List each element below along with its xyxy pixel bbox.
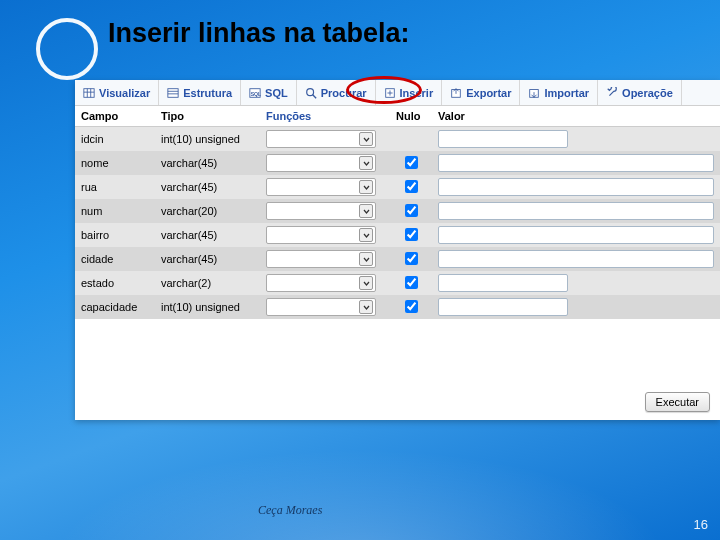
valor-input[interactable] bbox=[438, 274, 568, 292]
tab-sql[interactable]: SQLSQL bbox=[241, 80, 297, 105]
valor-input[interactable] bbox=[438, 130, 568, 148]
campo-cell: cidade bbox=[75, 247, 155, 271]
table-row: nomevarchar(45) bbox=[75, 151, 720, 175]
funcao-select[interactable] bbox=[266, 250, 376, 268]
footer-actions: Executar bbox=[645, 392, 710, 412]
tipo-cell: varchar(45) bbox=[155, 223, 260, 247]
col-tipo: Tipo bbox=[155, 106, 260, 127]
tab-label: Visualizar bbox=[99, 87, 150, 99]
wrench-icon bbox=[606, 87, 618, 99]
tab-exportar[interactable]: Exportar bbox=[442, 80, 520, 105]
nulo-checkbox[interactable] bbox=[405, 252, 418, 265]
funcao-select[interactable] bbox=[266, 154, 376, 172]
insert-table: Campo Tipo Funções Nulo Valor idcinint(1… bbox=[75, 106, 720, 319]
col-valor: Valor bbox=[432, 106, 720, 127]
valor-input[interactable] bbox=[438, 250, 714, 268]
chevron-down-icon bbox=[359, 204, 373, 218]
chevron-down-icon bbox=[359, 228, 373, 242]
svg-text:SQL: SQL bbox=[251, 90, 261, 96]
export-icon bbox=[450, 87, 462, 99]
tab-label: Inserir bbox=[400, 87, 434, 99]
campo-cell: nome bbox=[75, 151, 155, 175]
table-row: capacidadeint(10) unsigned bbox=[75, 295, 720, 319]
decorative-gradient bbox=[0, 430, 720, 540]
tab-bar: VisualizarEstruturaSQLSQLProcurarInserir… bbox=[75, 80, 720, 106]
slide-title: Inserir linhas na tabela: bbox=[108, 18, 410, 49]
tipo-cell: varchar(45) bbox=[155, 175, 260, 199]
chevron-down-icon bbox=[359, 132, 373, 146]
decorative-ring bbox=[36, 18, 98, 80]
insert-icon bbox=[384, 87, 396, 99]
col-nulo: Nulo bbox=[390, 106, 432, 127]
search-icon bbox=[305, 87, 317, 99]
chevron-down-icon bbox=[359, 156, 373, 170]
tab-label: SQL bbox=[265, 87, 288, 99]
tipo-cell: int(10) unsigned bbox=[155, 127, 260, 152]
struct-icon bbox=[167, 87, 179, 99]
funcao-select[interactable] bbox=[266, 178, 376, 196]
nulo-checkbox[interactable] bbox=[405, 228, 418, 241]
author-label: Ceça Moraes bbox=[258, 503, 322, 518]
chevron-down-icon bbox=[359, 252, 373, 266]
valor-input[interactable] bbox=[438, 298, 568, 316]
table-row: bairrovarchar(45) bbox=[75, 223, 720, 247]
tipo-cell: int(10) unsigned bbox=[155, 295, 260, 319]
valor-input[interactable] bbox=[438, 226, 714, 244]
tab-visualizar[interactable]: Visualizar bbox=[75, 80, 159, 105]
nulo-checkbox[interactable] bbox=[405, 204, 418, 217]
table-row: numvarchar(20) bbox=[75, 199, 720, 223]
tab-inserir[interactable]: Inserir bbox=[376, 80, 443, 105]
executar-button[interactable]: Executar bbox=[645, 392, 710, 412]
tab-label: Importar bbox=[544, 87, 589, 99]
tipo-cell: varchar(2) bbox=[155, 271, 260, 295]
tab-estrutura[interactable]: Estrutura bbox=[159, 80, 241, 105]
table-row: cidadevarchar(45) bbox=[75, 247, 720, 271]
tab-label: Procurar bbox=[321, 87, 367, 99]
chevron-down-icon bbox=[359, 276, 373, 290]
nulo-checkbox[interactable] bbox=[405, 300, 418, 313]
campo-cell: rua bbox=[75, 175, 155, 199]
tipo-cell: varchar(20) bbox=[155, 199, 260, 223]
funcao-select[interactable] bbox=[266, 202, 376, 220]
tab-label: Estrutura bbox=[183, 87, 232, 99]
svg-rect-4 bbox=[168, 88, 178, 97]
nulo-checkbox[interactable] bbox=[405, 156, 418, 169]
svg-rect-0 bbox=[84, 88, 94, 97]
chevron-down-icon bbox=[359, 300, 373, 314]
funcao-select[interactable] bbox=[266, 274, 376, 292]
nulo-checkbox[interactable] bbox=[405, 180, 418, 193]
funcao-select[interactable] bbox=[266, 298, 376, 316]
funcao-select[interactable] bbox=[266, 226, 376, 244]
campo-cell: capacidade bbox=[75, 295, 155, 319]
table-row: idcinint(10) unsigned bbox=[75, 127, 720, 152]
tipo-cell: varchar(45) bbox=[155, 151, 260, 175]
col-funcoes: Funções bbox=[260, 106, 390, 127]
import-icon bbox=[528, 87, 540, 99]
page-number: 16 bbox=[694, 517, 708, 532]
svg-point-9 bbox=[306, 88, 313, 95]
campo-cell: estado bbox=[75, 271, 155, 295]
svg-line-10 bbox=[312, 94, 315, 97]
tab-operacoes[interactable]: Operaçõe bbox=[598, 80, 682, 105]
table-row: estadovarchar(2) bbox=[75, 271, 720, 295]
tab-procurar[interactable]: Procurar bbox=[297, 80, 376, 105]
col-campo: Campo bbox=[75, 106, 155, 127]
chevron-down-icon bbox=[359, 180, 373, 194]
tab-label: Exportar bbox=[466, 87, 511, 99]
sql-icon: SQL bbox=[249, 87, 261, 99]
campo-cell: num bbox=[75, 199, 155, 223]
campo-cell: bairro bbox=[75, 223, 155, 247]
tab-importar[interactable]: Importar bbox=[520, 80, 598, 105]
tab-label: Operaçõe bbox=[622, 87, 673, 99]
tipo-cell: varchar(45) bbox=[155, 247, 260, 271]
table-row: ruavarchar(45) bbox=[75, 175, 720, 199]
nulo-checkbox[interactable] bbox=[405, 276, 418, 289]
campo-cell: idcin bbox=[75, 127, 155, 152]
valor-input[interactable] bbox=[438, 154, 714, 172]
valor-input[interactable] bbox=[438, 178, 714, 196]
phpmyadmin-panel: VisualizarEstruturaSQLSQLProcurarInserir… bbox=[75, 80, 720, 420]
funcao-select[interactable] bbox=[266, 130, 376, 148]
valor-input[interactable] bbox=[438, 202, 714, 220]
table-icon bbox=[83, 87, 95, 99]
